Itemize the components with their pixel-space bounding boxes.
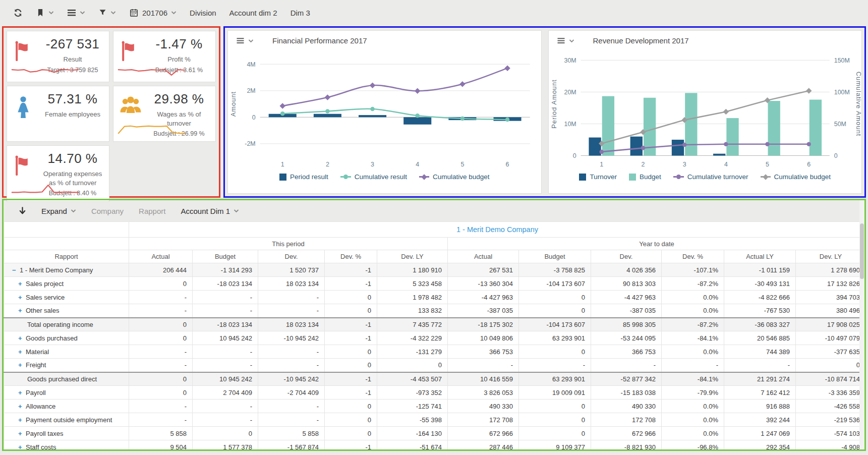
bookmark-menu[interactable] [36, 8, 54, 18]
value-cell: 172 708 [591, 413, 662, 427]
kpi-card[interactable]: -1.47 %Profit %Budsjett : 3.61 % [113, 31, 216, 82]
kpi-card[interactable]: -267 531ResultTarget : 3 759 825 [7, 31, 109, 82]
table-row[interactable]: +Other sales---0133 832-387 0350-387 035… [4, 304, 866, 318]
dashboard-page: 201706 Division Account dim 2 Dim 3 -267… [0, 0, 868, 455]
legend-item[interactable]: Cumulative result [340, 173, 407, 181]
collapse-row-icon[interactable]: − [12, 266, 20, 274]
value-cell: -387 035 [591, 304, 662, 318]
value-cell: -219 536 [796, 413, 866, 427]
dim-tab-division[interactable]: Division [190, 9, 216, 17]
expand-row-icon[interactable]: + [18, 348, 26, 356]
period-selector[interactable]: 201706 [129, 8, 177, 18]
legend-item[interactable]: Cumulative turnover [673, 173, 748, 181]
row-label-cell: +Other sales [4, 304, 129, 318]
kpi-card[interactable]: 57.31 %Female employees [7, 86, 109, 142]
chart-menu-icon[interactable] [557, 37, 565, 44]
value-cell: 19 009 091 [519, 386, 591, 400]
period-group-row: This periodYear to date [4, 238, 866, 250]
column-header[interactable]: Actual LY [724, 250, 796, 263]
column-header[interactable]: Budget [519, 250, 591, 263]
value-cell: -426 558 [796, 400, 866, 413]
value-cell: 63 293 901 [519, 331, 591, 345]
row-label-cell: +Sales service [4, 291, 129, 304]
column-header[interactable]: Actual [129, 250, 193, 263]
table-row[interactable]: +Staff costs9 5041 577 378-1 567 874-1-5… [4, 440, 866, 451]
kpi-content: 57.31 %Female employees [40, 91, 105, 119]
column-header[interactable]: Dev. % [325, 250, 377, 263]
column-header[interactable]: Dev. % [662, 250, 724, 263]
value-cell: -125 741 [377, 400, 448, 413]
value-cell: 0.0% [662, 304, 724, 318]
legend-item[interactable]: Budget [629, 173, 661, 181]
company-link[interactable]: 1 - Merit Demo Company [456, 225, 538, 234]
column-header[interactable]: Dev. LY [796, 250, 866, 263]
svg-text:3: 3 [371, 161, 374, 168]
account-dim-1-dropdown[interactable]: Account Dim 1 [181, 207, 239, 215]
download-arrow-icon[interactable] [19, 207, 26, 215]
chart-menu-icon[interactable] [236, 37, 245, 44]
column-header[interactable]: Actual [448, 250, 519, 263]
column-header[interactable]: Dev. [591, 250, 662, 263]
table-row[interactable]: +Sales project0-18 023 13418 023 134-15 … [4, 277, 866, 291]
expand-row-icon[interactable]: + [18, 280, 26, 288]
table-row[interactable]: +Freight---00-----0 [4, 359, 866, 372]
expand-row-icon[interactable]: + [18, 430, 26, 437]
row-label: Goods purchased [26, 334, 78, 342]
row-label: Payroll taxes [26, 430, 63, 437]
expand-row-icon[interactable]: + [18, 294, 26, 301]
column-header[interactable]: Budget [193, 250, 258, 263]
legend-item[interactable]: Turnover [579, 173, 617, 181]
value-cell: -387 035 [448, 304, 519, 318]
table-row[interactable]: +Goods purchased010 945 242-10 945 242-1… [4, 331, 866, 345]
dim-tab-account-dim-2[interactable]: Account dim 2 [229, 9, 277, 17]
rapport-tab[interactable]: Rapport [139, 207, 165, 215]
expand-row-icon[interactable]: + [18, 443, 26, 451]
menu-dropdown[interactable] [67, 9, 85, 17]
value-cell: 380 496 [796, 304, 866, 318]
legend-item[interactable]: Period result [279, 173, 328, 181]
svg-text:30M: 30M [564, 57, 576, 64]
kpi-card[interactable]: 14.70 %Operating expenses as % of turnov… [7, 145, 109, 202]
column-header[interactable]: Dev. [258, 250, 325, 263]
svg-text:6: 6 [807, 161, 811, 168]
expand-row-icon[interactable]: + [18, 389, 26, 396]
expand-row-icon[interactable]: + [18, 416, 26, 424]
table-row[interactable]: Goods purchased direct010 945 242-10 945… [4, 372, 866, 386]
row-label-cell: +Payroll [4, 386, 129, 400]
column-header[interactable]: Dev. LY [377, 250, 448, 263]
table-row[interactable]: +Payroll taxes5 85805 8580-164 130672 96… [4, 427, 866, 440]
expand-row-icon[interactable]: + [18, 361, 26, 369]
table-scrollbar[interactable] [859, 200, 864, 449]
scrollbar-thumb[interactable] [860, 223, 864, 279]
value-cell: 63 293 901 [519, 372, 591, 386]
financial-performance-chart: Financial Performance 2017 4M2M0-2M12345… [227, 30, 542, 194]
row-label-cell: +Payroll taxes [4, 427, 129, 440]
table-row[interactable]: +Material---0-131 279366 7530366 7530.0%… [4, 345, 866, 359]
table-row[interactable]: +Payroll02 704 409-2 704 409-1-973 3523 … [4, 386, 866, 400]
expand-row-icon[interactable]: + [18, 403, 26, 410]
table-row[interactable]: +Allowance---0-125 741490 3300490 3300.0… [4, 400, 866, 413]
svg-text:-2M: -2M [245, 140, 255, 147]
filter-dropdown[interactable] [98, 8, 116, 17]
expand-row-icon[interactable]: + [18, 334, 26, 342]
value-cell: 17 132 826 [796, 277, 866, 291]
table-row[interactable]: −1 - Merit Demo Company206 444-1 314 293… [4, 263, 866, 277]
kpi-card[interactable]: 29.98 %Wages as % of turnoverBudsjett : … [113, 86, 216, 142]
table-row[interactable]: Total operating income0-18 023 13418 023… [4, 318, 866, 331]
table-row[interactable]: +Sales service---01 978 482-4 427 9630-4… [4, 291, 866, 304]
dim-tab-dim-3[interactable]: Dim 3 [291, 9, 310, 17]
company-tab[interactable]: Company [91, 207, 124, 215]
value-cell: 0.0% [662, 291, 724, 304]
kpi-sparkline [118, 122, 186, 139]
chevron-down-icon[interactable] [248, 39, 254, 43]
legend-item[interactable]: Cumulative budget [419, 173, 490, 181]
table-row[interactable]: +Payment outside employment---0-55 39817… [4, 413, 866, 427]
expand-dropdown[interactable]: Expand [41, 207, 76, 215]
refresh-button[interactable] [13, 8, 23, 18]
flag-icon [12, 154, 34, 179]
value-cell: 133 832 [377, 304, 448, 318]
rapport-column-header[interactable]: Rapport [4, 250, 129, 263]
legend-item[interactable]: Cumulative budget [761, 173, 831, 181]
expand-row-icon[interactable]: + [18, 307, 26, 314]
chevron-down-icon[interactable] [569, 39, 574, 43]
